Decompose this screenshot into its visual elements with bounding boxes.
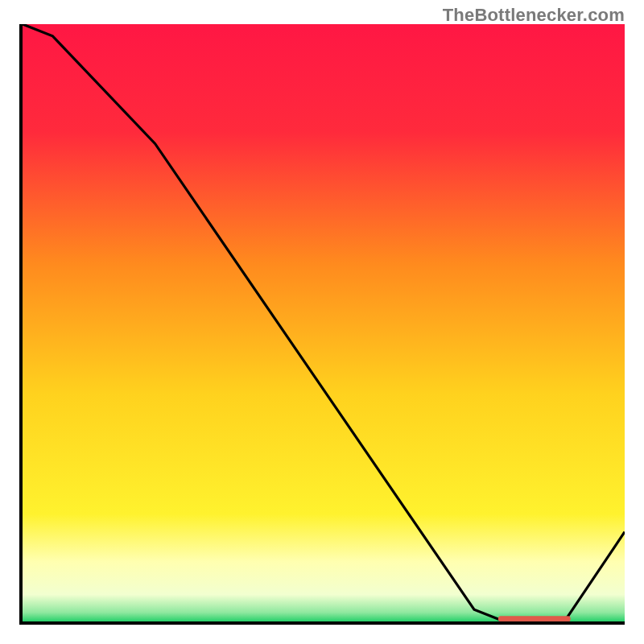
chart-frame <box>19 24 625 625</box>
optimal-range-marker <box>498 616 571 621</box>
bottleneck-curve-chart <box>23 24 625 621</box>
watermark-text: TheBottleneсker.com <box>443 5 625 26</box>
heat-gradient-background <box>23 24 625 621</box>
